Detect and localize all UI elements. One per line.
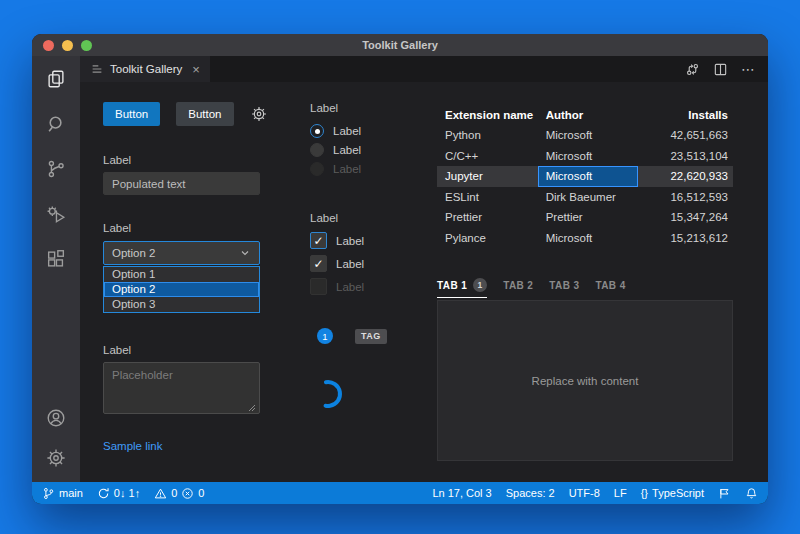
vscode-window: Toolkit Gallery	[32, 34, 768, 504]
primary-button[interactable]: Button	[103, 102, 160, 126]
more-actions-icon[interactable]: ⋯	[741, 61, 756, 77]
radio-label: Label	[333, 125, 361, 137]
grid-cell[interactable]: Microsoft	[538, 125, 639, 146]
checkbox-option-focused[interactable]: ✓ Label	[310, 232, 364, 249]
minimize-window-button[interactable]	[62, 40, 73, 51]
activity-bar	[32, 56, 80, 482]
window-title: Toolkit Gallery	[32, 39, 768, 51]
radio-disabled-icon	[310, 162, 324, 176]
radio-option-unchecked[interactable]: Label	[310, 143, 361, 157]
grid-cell[interactable]: C/C++	[437, 150, 538, 162]
radio-label: Label	[333, 144, 361, 156]
eol-item[interactable]: LF	[614, 487, 627, 499]
dropdown-select[interactable]: Option 2	[103, 241, 260, 265]
radio-group-label: Label	[310, 102, 338, 114]
tab-1-badge: 1	[473, 278, 487, 292]
settings-gear-icon[interactable]	[44, 446, 68, 470]
grid-cell[interactable]: Microsoft	[538, 228, 639, 249]
progress-ring	[312, 378, 344, 410]
sample-link[interactable]: Sample link	[103, 440, 162, 452]
maximize-window-button[interactable]	[81, 40, 92, 51]
bell-icon[interactable]	[745, 487, 758, 500]
traffic-lights	[32, 40, 92, 51]
grid-cell[interactable]: Pylance	[437, 232, 538, 244]
grid-row-prettier[interactable]: Prettier Prettier 15,347,264	[437, 207, 733, 228]
grid-row-eslint[interactable]: ESLint Dirk Baeumer 16,512,593	[437, 187, 733, 208]
tab-bar: Toolkit Gallery × ⋯	[80, 56, 768, 82]
radio-checked-icon	[310, 124, 324, 138]
checkbox-option-checked[interactable]: ✓ Label	[310, 255, 364, 272]
warning-count: 0	[171, 487, 177, 499]
sync-counts: 0↓ 1↑	[114, 487, 140, 499]
language-mode-item[interactable]: {} TypeScript	[641, 487, 704, 499]
run-debug-icon[interactable]	[44, 202, 68, 226]
tag-chip: TAG	[355, 329, 387, 344]
dropdown-value: Option 2	[112, 247, 155, 259]
dropdown-option-3[interactable]: Option 3	[104, 297, 259, 312]
checkbox-checked-icon: ✓	[310, 232, 327, 249]
grid-cell-selected[interactable]: Microsoft	[538, 166, 639, 187]
tab-3[interactable]: TAB 3	[549, 280, 579, 296]
grid-cell[interactable]: Microsoft	[538, 146, 639, 167]
radio-option-checked[interactable]: Label	[310, 124, 361, 138]
grid-row-pylance[interactable]: Pylance Microsoft 15,213,612	[437, 228, 733, 249]
grid-cell[interactable]: 15,213,612	[638, 232, 733, 244]
grid-cell[interactable]: Prettier	[437, 211, 538, 223]
populated-text-field[interactable]	[103, 172, 260, 195]
data-grid: Extension name Author Installs Python Mi…	[437, 104, 733, 248]
tab-4[interactable]: TAB 4	[595, 280, 625, 296]
dropdown-option-1[interactable]: Option 1	[104, 267, 259, 282]
sync-status-item[interactable]: 0↓ 1↑	[97, 487, 140, 500]
grid-header-extension-name: Extension name	[437, 109, 538, 121]
panel-placeholder-text: Replace with content	[532, 375, 639, 387]
close-tab-icon[interactable]: ×	[192, 62, 200, 77]
tab-1[interactable]: TAB 1 1	[437, 278, 487, 298]
problems-status-item[interactable]: 0 0	[154, 487, 204, 500]
grid-cell[interactable]: Dirk Baeumer	[538, 187, 639, 208]
secondary-button[interactable]: Button	[176, 102, 233, 126]
cursor-position-item[interactable]: Ln 17, Col 3	[432, 487, 491, 499]
grid-cell[interactable]: 42,651,663	[638, 129, 733, 141]
radio-label: Label	[333, 163, 361, 175]
grid-cell[interactable]: 15,347,264	[638, 211, 733, 223]
feedback-icon[interactable]	[718, 487, 731, 500]
grid-cell[interactable]: Jupyter	[437, 170, 538, 182]
tab-panel: Replace with content	[437, 300, 733, 461]
grid-row-jupyter-selected[interactable]: Jupyter Microsoft 22,620,933	[437, 166, 733, 187]
explorer-icon[interactable]	[44, 67, 68, 91]
warning-icon	[154, 487, 167, 500]
open-changes-icon[interactable]	[685, 62, 700, 77]
textarea-label: Label	[103, 344, 131, 356]
grid-cell[interactable]: 22,620,933	[638, 170, 733, 182]
close-window-button[interactable]	[43, 40, 54, 51]
branch-status-item[interactable]: main	[42, 487, 83, 500]
checkbox-label: Label	[336, 281, 364, 293]
placeholder-textarea[interactable]	[103, 362, 260, 414]
grid-cell[interactable]: Prettier	[538, 207, 639, 228]
dropdown-label: Label	[103, 222, 131, 234]
grid-row-cpp[interactable]: C/C++ Microsoft 23,513,104	[437, 146, 733, 167]
checkbox-option-disabled: Label	[310, 278, 364, 295]
tab-2[interactable]: TAB 2	[503, 280, 533, 296]
accounts-icon[interactable]	[44, 406, 68, 430]
grid-cell[interactable]: Python	[437, 129, 538, 141]
grid-header-author: Author	[538, 104, 639, 125]
grid-cell[interactable]: 23,513,104	[638, 150, 733, 162]
text-field-label: Label	[103, 154, 131, 166]
indentation-item[interactable]: Spaces: 2	[506, 487, 555, 499]
checkbox-label: Label	[336, 235, 364, 247]
source-control-icon[interactable]	[44, 157, 68, 181]
editor-tab-toolkit-gallery[interactable]: Toolkit Gallery ×	[80, 56, 210, 82]
grid-cell[interactable]: 16,512,593	[638, 191, 733, 203]
gear-icon-button[interactable]	[250, 105, 268, 123]
error-icon	[181, 487, 194, 500]
grid-cell[interactable]: ESLint	[437, 191, 538, 203]
status-bar: main 0↓ 1↑ 0 0 Ln 17, Col 3 Spaces: 2 UT…	[32, 482, 768, 504]
split-editor-icon[interactable]	[713, 62, 728, 77]
extensions-icon[interactable]	[44, 247, 68, 271]
grid-row-python[interactable]: Python Microsoft 42,651,663	[437, 125, 733, 146]
git-branch-icon	[42, 487, 55, 500]
search-icon[interactable]	[44, 112, 68, 136]
dropdown-option-2[interactable]: Option 2	[104, 282, 259, 297]
encoding-item[interactable]: UTF-8	[569, 487, 600, 499]
